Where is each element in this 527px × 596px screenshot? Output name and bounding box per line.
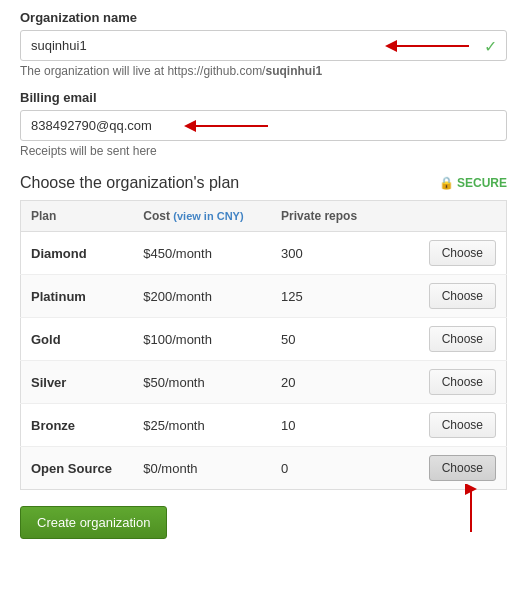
plan-name: Silver: [31, 375, 66, 390]
billing-email-group: Billing email Receipts will be sent here: [20, 90, 507, 158]
choose-plan-button[interactable]: Choose: [429, 326, 496, 352]
plan-action-cell: Choose: [396, 232, 506, 275]
plan-action-cell: Choose: [396, 318, 506, 361]
col-header-repos: Private repos: [271, 201, 396, 232]
org-name-group: Organization name ✓ The organization wil…: [20, 10, 507, 78]
lock-icon: 🔒: [439, 176, 454, 190]
checkmark-icon: ✓: [484, 36, 497, 55]
plan-name: Bronze: [31, 418, 75, 433]
col-header-plan: Plan: [21, 201, 134, 232]
billing-email-input-wrapper: [20, 110, 507, 141]
org-name-input[interactable]: [20, 30, 507, 61]
org-name-input-wrapper: ✓: [20, 30, 507, 61]
plan-repos-cell: 10: [271, 404, 396, 447]
billing-email-input[interactable]: [20, 110, 507, 141]
plan-repos-cell: 300: [271, 232, 396, 275]
plan-cost-cell: $200/month: [133, 275, 271, 318]
plan-name-cell: Silver: [21, 361, 134, 404]
choose-plan-button[interactable]: Choose: [429, 283, 496, 309]
plans-tbody: Diamond$450/month300ChoosePlatinum$200/m…: [21, 232, 507, 490]
secure-label: SECURE: [457, 176, 507, 190]
plans-section-title: Choose the organization's plan: [20, 174, 239, 192]
plan-action-cell: Choose: [396, 361, 506, 404]
plan-repos-cell: 50: [271, 318, 396, 361]
create-btn-wrapper: Create organization: [20, 490, 167, 539]
org-name-hint: The organization will live at https://gi…: [20, 64, 507, 78]
table-row: Platinum$200/month125Choose: [21, 275, 507, 318]
table-header-row: Plan Cost (view in CNY) Private repos: [21, 201, 507, 232]
choose-plan-button[interactable]: Choose: [429, 455, 496, 481]
table-row: Silver$50/month20Choose: [21, 361, 507, 404]
plan-repos-cell: 125: [271, 275, 396, 318]
choose-plan-button[interactable]: Choose: [429, 412, 496, 438]
create-organization-button[interactable]: Create organization: [20, 506, 167, 539]
plan-cost-cell: $100/month: [133, 318, 271, 361]
table-row: Gold$100/month50Choose: [21, 318, 507, 361]
plan-cost-cell: $25/month: [133, 404, 271, 447]
plan-action-cell: Choose: [396, 404, 506, 447]
plan-cost-cell: $50/month: [133, 361, 271, 404]
billing-email-label: Billing email: [20, 90, 507, 105]
arrow-annotation-opensrc: [456, 484, 486, 534]
plan-name: Diamond: [31, 246, 87, 261]
plan-repos-cell: 20: [271, 361, 396, 404]
view-cny-link[interactable]: (view in CNY): [173, 210, 243, 222]
col-header-action: [396, 201, 506, 232]
plan-name: Platinum: [31, 289, 86, 304]
billing-email-hint: Receipts will be sent here: [20, 144, 507, 158]
secure-badge: 🔒 SECURE: [439, 176, 507, 190]
plan-cost-cell: $450/month: [133, 232, 271, 275]
choose-plan-button[interactable]: Choose: [429, 240, 496, 266]
table-row: Bronze$25/month10Choose: [21, 404, 507, 447]
plan-name-cell: Bronze: [21, 404, 134, 447]
table-row: Open Source$0/month0Choose: [21, 447, 507, 490]
plan-name: Gold: [31, 332, 61, 347]
org-name-label: Organization name: [20, 10, 507, 25]
plan-action-cell: Choose: [396, 275, 506, 318]
plan-name-cell: Platinum: [21, 275, 134, 318]
page-container: Organization name ✓ The organization wil…: [0, 0, 527, 559]
plans-section-header: Choose the organization's plan 🔒 SECURE: [20, 174, 507, 192]
plan-name: Open Source: [31, 461, 112, 476]
col-header-cost: Cost (view in CNY): [133, 201, 271, 232]
plan-repos-cell: 0: [271, 447, 396, 490]
choose-plan-button[interactable]: Choose: [429, 369, 496, 395]
plan-name-cell: Gold: [21, 318, 134, 361]
plans-table: Plan Cost (view in CNY) Private repos Di…: [20, 200, 507, 490]
plan-action-cell: Choose: [396, 447, 506, 490]
table-row: Diamond$450/month300Choose: [21, 232, 507, 275]
plan-name-cell: Open Source: [21, 447, 134, 490]
plan-cost-cell: $0/month: [133, 447, 271, 490]
plan-name-cell: Diamond: [21, 232, 134, 275]
